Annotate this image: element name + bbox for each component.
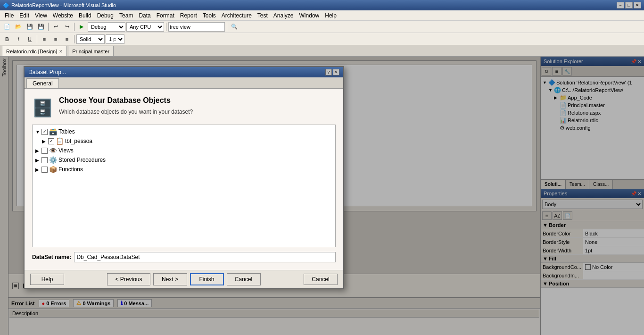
- tab-relatorio-close[interactable]: ✕: [59, 49, 63, 54]
- tv-views-row[interactable]: ▶ 👁️ Views: [34, 146, 333, 155]
- tv-tables-row[interactable]: ▼ ✓ 🗃️ Tables: [34, 127, 333, 136]
- menu-build[interactable]: Build: [76, 11, 94, 20]
- menu-edit[interactable]: Edit: [17, 11, 32, 20]
- align-left-btn[interactable]: ≡: [39, 34, 50, 44]
- next-button[interactable]: Next >: [153, 273, 187, 285]
- align-center-btn[interactable]: ≡: [50, 34, 61, 44]
- sep5: [37, 35, 37, 43]
- toolbar-main: 📄 📂 💾 💾 ↩ ↪ ▶ Debug Any CPU 🔍: [0, 21, 644, 33]
- dataset-input[interactable]: [74, 252, 336, 262]
- tv-functions-check[interactable]: [41, 167, 48, 173]
- border-width-select[interactable]: 1 pt: [106, 34, 124, 44]
- previous-button[interactable]: < Previous: [107, 273, 150, 285]
- menu-test[interactable]: Test: [255, 11, 271, 20]
- tv-sp-arrow[interactable]: ▶: [35, 158, 40, 163]
- sep4: [227, 23, 227, 31]
- tv-sp-icon: ⚙️: [49, 156, 57, 164]
- modal-title-controls[interactable]: ? ×: [325, 69, 339, 75]
- modal-subtitle: Which database objects do you want in yo…: [59, 109, 193, 115]
- menu-analyze[interactable]: Analyze: [271, 11, 297, 20]
- dataset-label: DataSet name:: [32, 254, 71, 260]
- minimize-button[interactable]: −: [617, 2, 624, 8]
- main-area: Toolbox To add an item to the report: dr…: [0, 57, 644, 335]
- tab-bar: Relatorio.rdlc [Design] ✕ Principal.mast…: [0, 45, 644, 57]
- modal-help-icon[interactable]: ?: [325, 69, 332, 75]
- menu-bar: File Edit View Website Build Debug Team …: [0, 10, 644, 21]
- search-input[interactable]: [168, 22, 225, 32]
- tv-tbl-icon: 📋: [56, 137, 64, 145]
- underline-btn[interactable]: U: [25, 34, 35, 44]
- open-btn[interactable]: 📂: [13, 22, 24, 32]
- tv-views-check[interactable]: [41, 148, 48, 154]
- italic-btn[interactable]: I: [13, 34, 24, 44]
- tv-tables-label: Tables: [58, 128, 75, 135]
- modal-footer: Help < Previous Next > Finish Cancel Can…: [25, 270, 343, 288]
- app-icon: 🔷: [3, 2, 9, 8]
- maximize-button[interactable]: □: [625, 2, 633, 8]
- redo-btn[interactable]: ↪: [62, 22, 72, 32]
- menu-window[interactable]: Window: [297, 11, 322, 20]
- sep6: [74, 35, 74, 43]
- menu-report[interactable]: Report: [177, 11, 200, 20]
- align-right-btn[interactable]: ≡: [62, 34, 72, 44]
- modal-dialog: Dataset Prop... ? × General 🗄️ Choose Yo…: [24, 66, 344, 289]
- menu-help[interactable]: Help: [322, 11, 339, 20]
- border-style-select[interactable]: Solid: [76, 34, 105, 44]
- tab-principal[interactable]: Principal.master: [68, 46, 114, 56]
- tab-principal-label: Principal.master: [72, 49, 109, 54]
- tree-view-box[interactable]: ▼ ✓ 🗃️ Tables ▶ ✓ 📋 tbl_pessoa ▶: [32, 125, 336, 247]
- tv-functions-label: Functions: [58, 166, 83, 173]
- tv-views-arrow[interactable]: ▶: [35, 148, 40, 153]
- title-bar-left: 🔷 RelatorioReportView - Microsoft Visual…: [3, 2, 116, 8]
- tab-relatorio-label: Relatorio.rdlc [Design]: [6, 49, 57, 54]
- menu-debug[interactable]: Debug: [94, 11, 116, 20]
- toolbar-extra-btn[interactable]: 🔍: [229, 22, 239, 32]
- debug-config-select[interactable]: Debug: [88, 22, 125, 32]
- tv-views-icon: 👁️: [49, 147, 57, 154]
- run-btn[interactable]: ▶: [76, 22, 87, 32]
- tv-tbl-check[interactable]: ✓: [48, 138, 54, 144]
- window-title: RelatorioReportView - Microsoft Visual S…: [11, 2, 116, 8]
- sep3: [166, 23, 166, 31]
- modal-body: 🗄️ Choose Your Database Objects Which da…: [25, 89, 343, 270]
- tv-tbl-arrow[interactable]: ▶: [42, 139, 47, 144]
- tv-sp-label: Stored Procedures: [58, 157, 106, 163]
- tv-functions-row[interactable]: ▶ 📦 Functions: [34, 165, 333, 174]
- new-file-btn[interactable]: 📄: [2, 22, 12, 32]
- tab-relatorio[interactable]: Relatorio.rdlc [Design] ✕: [2, 46, 67, 56]
- tv-functions-arrow[interactable]: ▶: [35, 167, 40, 172]
- menu-website[interactable]: Website: [50, 11, 76, 20]
- cancel-button[interactable]: Cancel: [227, 273, 261, 285]
- modal-tab-general[interactable]: General: [26, 78, 59, 88]
- menu-format[interactable]: Format: [154, 11, 177, 20]
- tv-tables-icon: 🗃️: [49, 128, 57, 135]
- modal-close-icon[interactable]: ×: [333, 69, 339, 75]
- help-button[interactable]: Help: [30, 274, 64, 285]
- tv-tables-arrow[interactable]: ▼: [35, 129, 40, 134]
- sep2: [74, 23, 74, 31]
- modal-tabs: General: [25, 77, 343, 89]
- menu-team[interactable]: Team: [116, 11, 136, 20]
- close-button[interactable]: ✕: [634, 2, 641, 8]
- modal-heading: Choose Your Database Objects: [59, 96, 193, 105]
- tv-sp-row[interactable]: ▶ ⚙️ Stored Procedures: [34, 155, 333, 165]
- menu-view[interactable]: View: [32, 11, 50, 20]
- menu-file[interactable]: File: [2, 11, 17, 20]
- title-bar-controls[interactable]: − □ ✕: [617, 2, 641, 8]
- finish-button[interactable]: Finish: [190, 273, 224, 285]
- save-btn[interactable]: 💾: [25, 22, 35, 32]
- undo-btn[interactable]: ↩: [50, 22, 61, 32]
- tv-tbl-label: tbl_pessoa: [65, 138, 92, 144]
- cancel2-button[interactable]: Cancel: [304, 274, 338, 285]
- tv-tbl-pessoa-row[interactable]: ▶ ✓ 📋 tbl_pessoa: [34, 136, 333, 146]
- tv-sp-check[interactable]: [41, 157, 48, 163]
- bold-btn[interactable]: B: [2, 34, 12, 44]
- tv-tables-check[interactable]: ✓: [41, 129, 48, 135]
- menu-data[interactable]: Data: [136, 11, 153, 20]
- cpu-config-select[interactable]: Any CPU: [126, 22, 164, 32]
- menu-architecture[interactable]: Architecture: [219, 11, 255, 20]
- modal-tab-general-label: General: [33, 80, 53, 87]
- menu-tools[interactable]: Tools: [200, 11, 219, 20]
- save-all-btn[interactable]: 💾: [36, 22, 46, 32]
- dataset-row: DataSet name:: [32, 252, 336, 262]
